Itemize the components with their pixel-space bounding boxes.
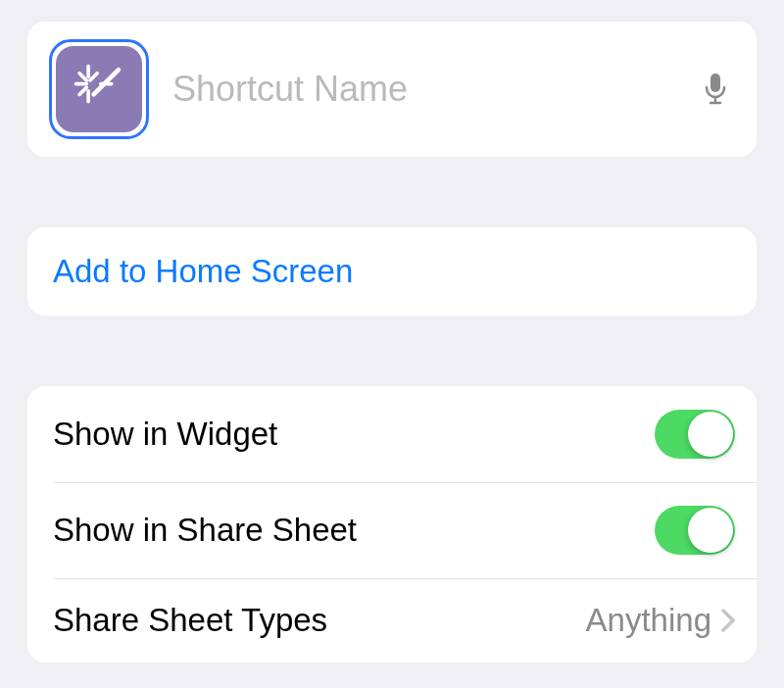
- show-in-widget-row: Show in Widget: [27, 386, 757, 482]
- magic-wand-sparkle-icon: [56, 46, 142, 132]
- shortcut-icon-button[interactable]: [49, 39, 149, 139]
- toggle-knob: [688, 412, 733, 457]
- row-nav: Anything: [586, 602, 735, 639]
- show-in-share-sheet-toggle[interactable]: [655, 506, 735, 555]
- microphone-icon: [704, 73, 727, 106]
- row-label: Show in Share Sheet: [53, 512, 357, 549]
- row-label: Show in Widget: [53, 416, 277, 453]
- share-sheet-types-value: Anything: [586, 602, 711, 639]
- toggle-knob: [688, 508, 733, 553]
- settings-card: Show in Widget Show in Share Sheet Share…: [27, 386, 757, 663]
- svg-rect-8: [710, 74, 720, 92]
- svg-line-5: [79, 74, 86, 80]
- show-in-widget-toggle[interactable]: [655, 410, 735, 459]
- share-sheet-types-row[interactable]: Share Sheet Types Anything: [27, 578, 757, 663]
- dictation-button[interactable]: [696, 70, 735, 109]
- add-to-home-screen-button[interactable]: Add to Home Screen: [53, 253, 353, 289]
- svg-line-7: [79, 87, 86, 94]
- shortcut-name-card: [27, 22, 757, 157]
- chevron-right-icon: [721, 609, 735, 632]
- row-label: Share Sheet Types: [53, 602, 327, 639]
- add-to-home-card: Add to Home Screen: [27, 227, 757, 316]
- svg-line-6: [90, 74, 97, 80]
- show-in-share-sheet-row: Show in Share Sheet: [27, 482, 757, 578]
- shortcut-name-input[interactable]: [172, 69, 686, 110]
